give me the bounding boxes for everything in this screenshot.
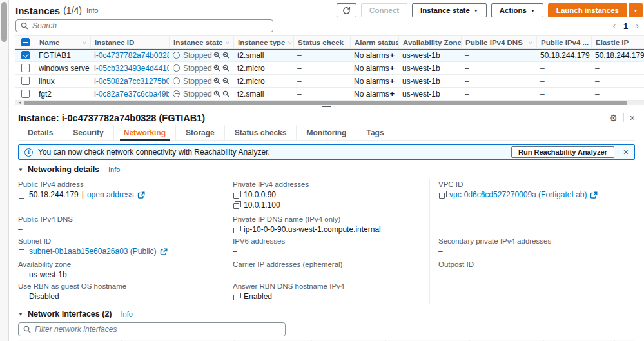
field-label: Use RBN as guest OS hostname (18, 282, 217, 290)
table-row[interactable]: FGTIAB1 i-0c4737782a74b0328 Stopped t2.s… (15, 49, 644, 62)
hscroll-thumb[interactable] (24, 101, 627, 105)
run-reachability-analyzer-button[interactable]: Run Reachability Analyzer (511, 146, 614, 158)
add-alarm-icon[interactable]: + (389, 50, 395, 60)
copy-icon[interactable] (19, 193, 24, 199)
banner-text: You can now check network connectivity w… (38, 148, 270, 157)
network-interfaces-header[interactable]: ▼ Network Interfaces (2) Info (18, 309, 635, 318)
tab-storage[interactable]: Storage (175, 125, 224, 140)
zoom-out-icon[interactable] (222, 77, 229, 84)
instance-detail-pane: Instance: i-0c4737782a74b0328 (FGTIAB1) … (9, 111, 644, 341)
next-page-icon[interactable]: › (636, 21, 639, 31)
public-ipv4-dns: – (461, 77, 536, 86)
instance-id-link[interactable]: i-0c82a7e37c6cba49b (94, 90, 169, 99)
copy-icon[interactable] (233, 295, 239, 300)
copy-icon[interactable] (19, 273, 24, 278)
network-interfaces-title: Network Interfaces (2) (28, 309, 112, 318)
sort-icon[interactable]: ▽ (526, 39, 532, 45)
drag-handle-icon[interactable] (322, 106, 331, 110)
info-link[interactable]: Info (86, 6, 98, 14)
instance-id-link[interactable]: i-0c5082a7cc31275b0 (94, 77, 169, 86)
collapse-icon[interactable]: ▼ (18, 311, 23, 317)
row-checkbox[interactable] (21, 90, 30, 98)
add-alarm-icon[interactable]: + (389, 89, 395, 99)
zoom-in-icon[interactable] (213, 90, 220, 97)
info-link[interactable]: Info (121, 310, 133, 318)
zoom-out-icon[interactable] (222, 52, 229, 59)
banner-close-icon[interactable]: × (623, 148, 629, 157)
tab-networking[interactable]: Networking (113, 125, 175, 140)
collapse-icon[interactable]: ▼ (18, 167, 23, 173)
table-row[interactable]: fgt2 i-0c82a7e37c6cba49b Stopped t2.smal… (15, 88, 644, 101)
table-row[interactable]: linux i-0c5082a7cc31275b0 Stopped t2.mic… (15, 75, 644, 88)
copy-icon[interactable] (19, 295, 24, 300)
tab-security[interactable]: Security (63, 125, 113, 140)
tab-status-checks[interactable]: Status checks (224, 125, 297, 140)
col-instance-state[interactable]: Instance state▽ (169, 36, 233, 48)
info-link[interactable]: Info (108, 166, 120, 173)
instance-state-button[interactable]: Instance state ▼ (412, 3, 487, 17)
field-ipv6-addresses: IPV6 addresses – (224, 236, 429, 259)
connect-button[interactable]: Connect (361, 3, 407, 17)
zoom-out-icon[interactable] (222, 64, 229, 72)
actions-button[interactable]: Actions ▼ (491, 3, 543, 17)
zoom-in-icon[interactable] (213, 64, 220, 72)
select-all-checkbox[interactable] (21, 38, 30, 46)
left-scrollbar[interactable] (0, 0, 9, 341)
instance-id-link[interactable]: i-0c4737782a74b0328 (94, 51, 169, 60)
field-value: – (233, 270, 423, 280)
copy-icon[interactable] (233, 228, 239, 233)
col-alarm-status[interactable]: Alarm status (350, 36, 398, 48)
col-name[interactable]: Name▽ (35, 36, 90, 48)
copy-icon[interactable] (233, 193, 239, 199)
add-alarm-icon[interactable]: + (389, 63, 395, 73)
copy-icon[interactable] (233, 203, 239, 209)
row-checkbox[interactable] (21, 64, 30, 72)
search-input[interactable] (32, 21, 268, 30)
zoom-in-icon[interactable] (213, 77, 220, 84)
horizontal-scrollbar[interactable]: ◄ (15, 101, 644, 105)
pane-divider[interactable] (9, 105, 644, 111)
hscroll-left-arrow-icon[interactable]: ◄ (15, 101, 24, 105)
instance-type: t2.small (233, 90, 293, 99)
tab-details[interactable]: Details (18, 125, 63, 140)
zoom-out-icon[interactable] (222, 90, 229, 97)
open-address-link[interactable]: open address (87, 190, 134, 200)
refresh-button[interactable] (337, 3, 356, 17)
networking-details-header[interactable]: ▼ Networking details Info (18, 165, 635, 174)
copy-icon[interactable] (439, 193, 445, 199)
add-alarm-icon[interactable]: + (389, 76, 395, 86)
left-scrollbar-thumb[interactable] (1, 2, 7, 42)
col-public-ipv4[interactable]: Public IPv4 ...▽ (536, 36, 591, 48)
sort-icon[interactable]: ▽ (80, 39, 86, 45)
field-value: – (233, 247, 423, 257)
field-label: Secondary private IPv4 addresses (438, 237, 629, 245)
launch-instances-button[interactable]: Launch instances (548, 3, 627, 17)
col-instance-type[interactable]: Instance type▽ (233, 36, 293, 48)
instance-id-link[interactable]: i-05cb323493e4d4410 (94, 64, 169, 73)
main-content: Instances (1/4) Info Connect Instance st… (9, 0, 644, 341)
gear-icon[interactable]: ⚙ (609, 113, 618, 122)
sort-icon[interactable]: ▽ (286, 39, 292, 45)
col-availability-zone[interactable]: Availability Zone▽ (398, 36, 461, 48)
tab-monitoring[interactable]: Monitoring (296, 125, 356, 140)
table-row[interactable]: windows server i-05cb323493e4d4410 Stopp… (15, 62, 644, 75)
launch-instances-split-caret[interactable]: ▼ (629, 3, 643, 17)
prev-page-icon[interactable]: ‹ (612, 21, 616, 31)
col-elastic-ip[interactable]: Elastic IP (591, 36, 644, 48)
close-icon[interactable]: × (630, 113, 635, 122)
row-checkbox[interactable] (21, 77, 30, 85)
col-instance-id[interactable]: Instance ID (90, 36, 169, 48)
instance-type: t2.micro (233, 64, 293, 73)
tab-tags[interactable]: Tags (356, 125, 393, 140)
instances-table: Name▽ Instance ID Instance state▽ Instan… (15, 35, 644, 101)
zoom-in-icon[interactable] (213, 52, 220, 59)
col-status-check[interactable]: Status check (293, 36, 350, 48)
current-page[interactable]: 1 (623, 21, 628, 31)
filter-network-interfaces-input[interactable] (35, 325, 280, 334)
sort-icon[interactable]: ▽ (223, 39, 229, 45)
copy-icon[interactable] (19, 249, 24, 255)
row-checkbox[interactable] (21, 51, 30, 59)
col-public-ipv4-dns[interactable]: Public IPv4 DNS▽ (461, 36, 536, 48)
vpc-link[interactable]: vpc-0d6c6cd527270009a (FortigateLab) (449, 190, 587, 200)
subnet-link[interactable]: subnet-0b1aab15e60a26a03 (Public) (29, 247, 157, 257)
